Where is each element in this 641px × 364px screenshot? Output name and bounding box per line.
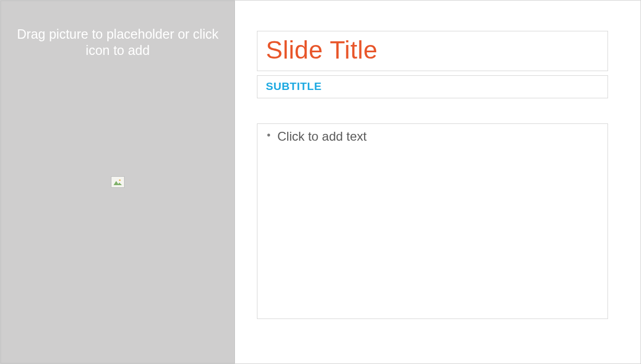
title-text: Slide Title	[266, 33, 599, 67]
image-icon[interactable]	[111, 176, 125, 188]
svg-point-1	[119, 179, 120, 181]
slide-content-area: Slide Title SUBTITLE Click to add text	[235, 1, 640, 363]
body-placeholder[interactable]: Click to add text	[257, 123, 608, 319]
title-placeholder[interactable]: Slide Title	[257, 31, 608, 71]
subtitle-text: SUBTITLE	[266, 80, 599, 93]
subtitle-placeholder[interactable]: SUBTITLE	[257, 75, 608, 98]
body-text: Click to add text	[266, 129, 599, 144]
svg-marker-2	[114, 181, 122, 185]
picture-placeholder-instruction: Drag picture to placeholder or click ico…	[1, 26, 234, 59]
picture-placeholder[interactable]: Drag picture to placeholder or click ico…	[1, 1, 235, 363]
